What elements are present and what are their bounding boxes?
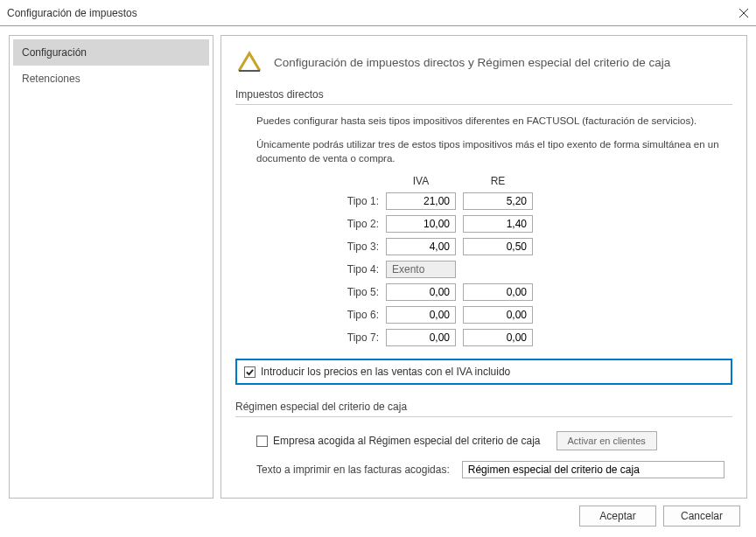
tax-row-label: Tipo 3: [340,241,379,253]
iva-included-callout: Introducir los precios en las ventas con… [235,359,732,385]
tax-iva-input[interactable] [386,238,456,255]
accept-button[interactable]: Aceptar [579,506,656,527]
tax-iva-input[interactable] [386,306,456,324]
main-panel: Configuración de impuestos directos y Ré… [220,35,747,499]
iva-included-label: Introducir los precios en las ventas con… [261,366,510,378]
sidebar-item-configuracion[interactable]: Configuración [13,39,209,66]
tax-row: Tipo 6: [340,306,732,324]
tax-row-label: Tipo 5: [340,286,379,298]
tax-table: IVA RE Tipo 1:Tipo 2:Tipo 3:Tipo 4:Tipo … [340,175,732,346]
page-title: Configuración de impuestos directos y Ré… [274,56,670,69]
sidebar-item-retenciones[interactable]: Retenciones [13,66,209,92]
tax-re-input[interactable] [463,238,533,255]
tax-row: Tipo 2: [340,215,732,233]
tax-row: Tipo 5: [340,283,732,301]
col-header-iva: IVA [386,175,456,187]
iva-included-checkbox-row[interactable]: Introducir los precios en las ventas con… [244,366,724,378]
tax-re-input[interactable] [463,306,533,324]
divider [235,104,732,105]
tax-row: Tipo 7: [340,329,732,346]
tax-row-label: Tipo 7: [340,331,379,344]
sidebar: Configuración Retenciones [9,35,214,499]
texto-field[interactable] [462,461,724,478]
tax-row-label: Tipo 6: [340,309,379,321]
tax-re-input[interactable] [463,329,533,346]
acogida-checkbox-row[interactable]: Empresa acogida al Régimen especial del … [256,435,541,447]
tax-row: Tipo 1: [340,192,732,210]
tax-row-label: Tipo 4: [340,263,379,275]
section-heading-regimen: Régimen especial del criterio de caja [235,401,732,413]
tax-iva-input [386,261,456,278]
tax-iva-input[interactable] [386,215,456,233]
activar-clientes-button[interactable]: Activar en clientes [556,431,657,450]
texto-label: Texto a imprimir en las facturas acogida… [256,464,450,476]
acogida-label: Empresa acogida al Régimen especial del … [273,435,541,447]
acogida-checkbox[interactable] [256,436,268,447]
close-icon[interactable] [738,8,749,18]
tax-row-label: Tipo 2: [340,218,379,230]
col-header-re: RE [463,175,533,187]
tax-row: Tipo 3: [340,238,732,255]
tax-re-input[interactable] [463,283,533,301]
divider [235,416,732,417]
tax-re-input[interactable] [463,192,533,210]
tax-agency-icon [235,48,263,76]
tax-iva-input[interactable] [386,192,456,210]
tax-iva-input[interactable] [386,283,456,301]
section-heading-directos: Impuestos directos [235,88,732,101]
intro-text-2: Únicamente podrás utilizar tres de estos… [256,137,727,166]
tax-re-input[interactable] [463,215,533,233]
cancel-button[interactable]: Cancelar [663,506,740,527]
intro-text-1: Puedes configurar hasta seis tipos impos… [256,114,727,129]
iva-included-checkbox[interactable] [244,366,256,378]
tax-row-label: Tipo 1: [340,195,379,207]
window-title: Configuración de impuestos [7,7,738,19]
tax-iva-input[interactable] [386,329,456,346]
tax-row: Tipo 4: [340,261,732,278]
